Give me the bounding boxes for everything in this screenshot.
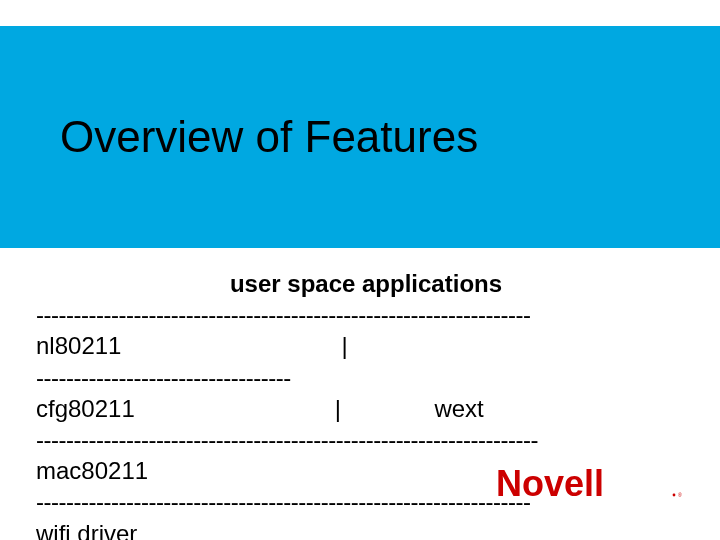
slide-title: Overview of Features (60, 112, 680, 162)
line-div1: ----------------------------------------… (36, 299, 696, 330)
logo-text: Novell (496, 464, 604, 504)
svg-text:®: ® (678, 492, 682, 498)
svg-point-0 (673, 494, 676, 497)
line-cfg80211: cfg80211 | wext (36, 393, 696, 424)
line-div3: ----------------------------------------… (36, 424, 696, 455)
line-wifidriver: wifi driver (36, 518, 696, 541)
line-div2: ---------------------------------- (36, 362, 696, 393)
line-nl80211: nl80211 | (36, 330, 696, 361)
slide: Overview of Features user space applicat… (0, 0, 720, 540)
line-userspace: user space applications (36, 268, 696, 299)
novell-logo: Novell ® (496, 464, 686, 504)
